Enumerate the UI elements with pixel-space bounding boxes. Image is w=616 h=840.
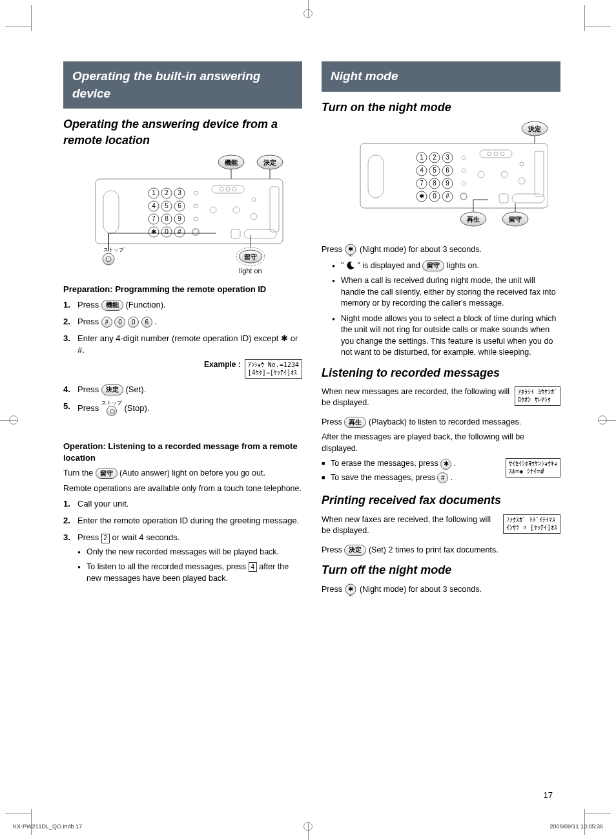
set-button: 決定 [101,384,123,395]
prep-step-3: Enter any 4-digit number (remote operati… [63,333,302,378]
listen-p3: After the messages are played back, the … [322,432,560,454]
prep-step-4: Press 決定 (Set). [63,384,302,395]
key-4: 4 [249,562,257,572]
prep-step-1: Press 機能 (Function). [63,299,302,311]
moon-icon [346,261,355,270]
svg-text:ﾔｶﾝ: ﾔｶﾝ [349,254,353,257]
print-p2: Press 決定 (Set) 2 times to print fax docu… [322,545,560,556]
key-hash: # [101,317,112,328]
svg-rect-61 [360,143,548,208]
night-mode-icon: ✱ ﾔｶﾝ [344,583,357,596]
erase-line: To erase the messages, press ✱ . [322,458,560,470]
example-lcd: ｱﾝｼｮｳ No.=1234 [4ｹﾀ]→[ｹｯﾃｲ]ｵｽ [245,359,302,379]
key-0: 0 [114,317,125,328]
key-star: ✱ [440,459,451,470]
function-button: 機能 [101,300,123,311]
svg-text:ﾔｶﾝ: ﾔｶﾝ [349,594,353,596]
svg-text:再生: 再生 [466,216,480,223]
h2-listen: Listening to recorded messages [322,365,560,381]
op-step-1: Call your unit. [63,498,302,510]
h2-print: Printing received fax documents [322,492,560,509]
svg-point-112 [348,262,349,264]
op-steps: Call your unit. Enter the remote operati… [63,498,302,584]
op-step-2: Enter the remote operation ID during the… [63,515,302,527]
svg-text:0: 0 [165,228,169,235]
listen-p2: Press 再生 (Playback) to listen to recorde… [322,417,560,428]
prep-step-2: Press # 0 0 6 . [63,316,302,328]
svg-text:9: 9 [446,180,449,187]
device-diagram-left: 機能 決定 1 2 3 4 5 6 7 8 9 ✱ 0 # [76,154,289,277]
night-on-line: Press ✱ ﾔｶﾝ (Night mode) for about 3 sec… [322,244,560,257]
svg-text:1: 1 [420,154,424,161]
svg-text:#: # [178,228,181,235]
footer-left: KX-PW211DL_QG.indb 17 [13,823,82,831]
night-mode-icon: ✱ ﾔｶﾝ [344,244,357,257]
svg-text:ストップ: ストップ [103,247,125,253]
listen-lcd-1: ｱﾀﾗｼｲ ﾖｳｹﾝｶﾞ ﾛｸｵﾝ ｻﾚﾏｼﾀ [515,386,560,406]
h2-remote: Operating the answering device from a re… [63,116,302,149]
svg-text:3: 3 [178,189,181,196]
h2-night-off: Turn off the night mode [322,562,560,578]
key-0: 0 [128,317,139,328]
svg-text:5: 5 [433,167,436,174]
night-bullet-2: When a call is received during night mod… [332,275,560,310]
prep-step-5: Press ストップ (Stop). [63,401,302,417]
svg-text:決定: 決定 [528,125,541,132]
set-button: 決定 [344,545,366,556]
svg-text:✱: ✱ [419,193,424,200]
example-label: Example : [204,359,241,370]
page-number: 17 [544,790,553,801]
svg-text:留守: 留守 [509,216,522,223]
svg-text:✱: ✱ [348,585,353,593]
band-left: Operating the built-in answering device [63,61,302,109]
right-column: Night mode Turn on the night mode 決定 1 2… [322,61,560,600]
svg-text:#: # [446,193,449,200]
svg-text:7: 7 [420,180,424,187]
op-step-3-bullet-1: Only the new recorded messages will be p… [77,547,302,558]
op-heading: Operation: Listening to a recorded messa… [63,441,302,464]
op-step-3-bullet-2: To listen to all the recorded messages, … [77,562,302,584]
svg-text:留守: 留守 [244,253,257,260]
svg-text:4: 4 [152,202,156,209]
svg-text:1: 1 [152,189,156,196]
auto-answer-button: 留守 [96,468,118,479]
svg-text:4: 4 [420,167,424,174]
svg-text:2: 2 [433,154,436,161]
night-bullet-3: Night mode allows you to select a block … [332,313,560,359]
svg-text:✱: ✱ [348,246,353,253]
key-6: 6 [141,317,152,328]
playback-button: 再生 [344,417,366,428]
svg-text:3: 3 [446,154,449,161]
band-right: Night mode [322,61,560,92]
svg-text:6: 6 [446,167,449,174]
svg-text:5: 5 [165,202,169,209]
op-line-1: Turn the 留守 (Auto answer) light on befor… [63,468,302,479]
op-step-3: Press 2 or wait 4 seconds. Only the new … [63,532,302,584]
stop-button: ストップ [101,401,122,417]
svg-text:light on: light on [239,267,262,275]
svg-text:機能: 機能 [224,159,238,166]
op-line-2: Remote operations are available only fro… [63,483,302,495]
print-lcd: ﾌｧｸｽｶﾞ ﾄﾄﾞｲﾃｲﾏｽ ｲﾝｻﾂ ﾊ [ｹｯﾃｲ]ｵｽ [503,514,560,534]
night-off-line: Press ✱ ﾔｶﾝ (Night mode) for about 3 sec… [322,583,560,596]
save-line: To save the messages, press # . [322,472,560,484]
prep-heading: Preparation: Programming the remote oper… [63,284,302,295]
svg-text:2: 2 [165,189,169,196]
night-bullet-1: " " is displayed and 留守 lights on. [332,260,560,272]
svg-text:0: 0 [433,193,436,200]
device-diagram-right: 決定 1 2 3 4 5 6 7 8 9 ✱ 0 # [334,121,548,237]
svg-text:決定: 決定 [263,159,276,166]
svg-text:9: 9 [178,215,181,222]
svg-text:6: 6 [178,202,181,209]
key-2: 2 [101,534,110,543]
svg-text:7: 7 [152,215,156,222]
h2-night-on: Turn on the night mode [322,100,560,116]
svg-point-48 [103,253,114,265]
svg-text:8: 8 [433,180,436,187]
svg-rect-6 [96,179,283,244]
svg-text:✱: ✱ [151,228,156,235]
prep-steps: Press 機能 (Function). Press # 0 0 6 . Ent… [63,299,302,417]
rusu-button: 留守 [422,260,444,271]
left-column: Operating the built-in answering device … [63,61,302,600]
svg-text:8: 8 [165,215,169,222]
